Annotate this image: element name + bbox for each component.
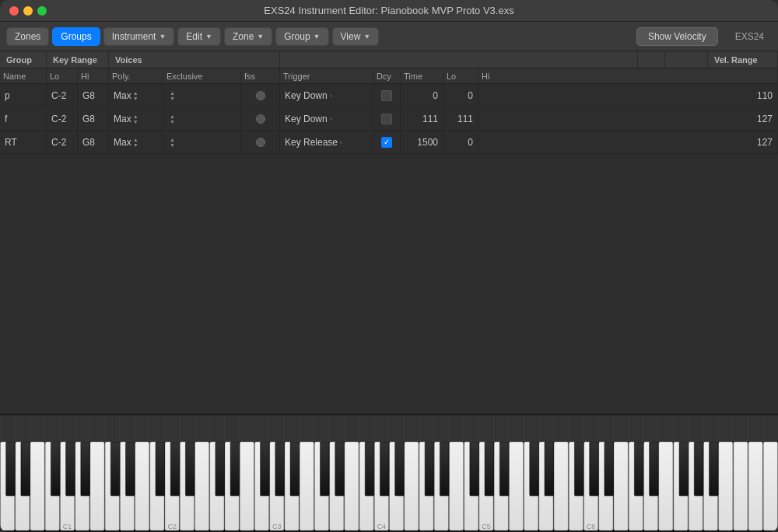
piano-keyboard: C1C2C3C4C5C6 — [0, 442, 778, 532]
svg-rect-121 — [170, 442, 180, 496]
cell-dcy-p — [373, 84, 401, 107]
traffic-lights — [9, 6, 47, 16]
svg-rect-127 — [290, 442, 300, 496]
table-row[interactable]: f C-2 G8 Max ▲▼ ▲▼ Key Down ⬦ — [0, 107, 778, 131]
toolbar: Zones Groups Instrument ▼ Edit ▼ Zone ▼ … — [0, 22, 778, 51]
lo-subheader: Lo — [47, 68, 78, 83]
svg-rect-61 — [90, 442, 104, 530]
piano-svg: C1C2C3C4C5C6 — [0, 442, 778, 532]
chevron-down-icon: ▼ — [314, 33, 321, 40]
cell-exclusive-p: ▲▼ — [163, 84, 241, 107]
cell-name-rt: RT — [0, 131, 47, 153]
svg-rect-130 — [365, 442, 374, 496]
window-title: EXS24 Instrument Editor: Pianobook MVP P… — [264, 5, 513, 16]
title-bar: EXS24 Instrument Editor: Pianobook MVP P… — [0, 0, 778, 22]
svg-text:C6: C6 — [587, 523, 596, 530]
groups-button[interactable]: Groups — [52, 27, 100, 46]
svg-rect-105 — [748, 442, 762, 530]
svg-rect-117 — [81, 442, 90, 496]
fss-indicator — [256, 91, 265, 100]
svg-rect-145 — [679, 442, 689, 496]
zone-button[interactable]: Zone ▼ — [224, 27, 272, 46]
svg-rect-114 — [21, 442, 30, 496]
zones-button[interactable]: Zones — [6, 27, 49, 46]
svg-rect-78 — [345, 442, 359, 530]
group-button[interactable]: Group ▼ — [275, 27, 328, 46]
dcy-checkbox[interactable]: ✓ — [381, 137, 392, 148]
zone-bar: // Will be done in JS below — [0, 414, 778, 442]
svg-rect-144 — [650, 442, 659, 496]
table-row[interactable]: RT C-2 G8 Max ▲▼ ▲▼ Key Release ⬦ — [0, 131, 778, 154]
svg-rect-135 — [470, 442, 479, 496]
cell-fss-rt — [241, 131, 280, 153]
key-range-section-header: Key Range — [47, 51, 109, 68]
maximize-button[interactable] — [37, 6, 47, 16]
edit-button[interactable]: Edit ▼ — [177, 27, 221, 46]
trigger-section-header — [280, 51, 638, 68]
svg-rect-85 — [449, 442, 463, 530]
svg-rect-71 — [240, 442, 254, 530]
instrument-button[interactable]: Instrument ▼ — [103, 27, 175, 46]
cell-dcy-rt: ✓ — [373, 131, 401, 153]
cell-hi-rt: G8 — [78, 131, 109, 153]
svg-rect-136 — [485, 442, 494, 496]
cell-name-p: p — [0, 84, 47, 107]
cell-lo-p: C-2 — [47, 84, 78, 107]
svg-rect-106 — [763, 442, 777, 530]
svg-rect-142 — [605, 442, 614, 496]
svg-text:C3: C3 — [272, 523, 282, 530]
column-headers: Group Key Range Voices Vel. Range Name L… — [0, 51, 778, 84]
svg-rect-124 — [230, 442, 240, 496]
svg-text:C4: C4 — [377, 523, 387, 530]
svg-rect-139 — [545, 442, 554, 496]
trigger-dropdown[interactable]: Key Release ⬦ — [285, 137, 343, 148]
svg-rect-92 — [554, 442, 568, 530]
fss-subheader: fss — [241, 68, 280, 83]
svg-rect-140 — [574, 442, 584, 496]
vel-range-section-header: Vel. Range — [708, 51, 778, 68]
exclusive-stepper[interactable]: ▲▼ — [170, 137, 175, 148]
piano-wrapper: // Will be done in JS below C1C2 — [0, 414, 778, 532]
chevron-down-icon: ▼ — [363, 33, 370, 40]
dcy-checkbox[interactable] — [381, 90, 392, 101]
chevron-down-icon: ⬦ — [329, 92, 333, 99]
poly-stepper[interactable]: ▲▼ — [133, 114, 138, 124]
table-scroll-area: p C-2 G8 Max ▲▼ ▲▼ Key Down ⬦ — [0, 84, 778, 414]
dcy-subheader: Dcy — [373, 68, 401, 83]
svg-text:C5: C5 — [482, 523, 491, 530]
section-headers: Group Key Range Voices Vel. Range — [0, 51, 778, 68]
poly-stepper[interactable]: ▲▼ — [133, 90, 138, 101]
svg-rect-131 — [380, 442, 389, 496]
exs24-label: EXS24 — [727, 29, 772, 44]
cell-exclusive-f: ▲▼ — [163, 107, 241, 130]
cell-poly-rt: Max ▲▼ — [109, 131, 163, 153]
cell-vlo-rt: 0 — [443, 131, 478, 153]
group-section-header: Group — [0, 51, 47, 68]
svg-rect-123 — [216, 442, 225, 496]
minimize-button[interactable] — [23, 6, 33, 16]
vhi-subheader: Hi — [478, 68, 778, 83]
exclusive-stepper[interactable]: ▲▼ — [170, 90, 175, 101]
svg-rect-143 — [634, 442, 643, 496]
name-subheader: Name — [0, 68, 47, 83]
voices-section-header: Voices — [109, 51, 280, 68]
show-velocity-button[interactable]: Show Velocity — [636, 27, 718, 46]
svg-rect-64 — [135, 442, 149, 530]
cell-trigger-p: Key Down ⬦ — [280, 84, 373, 107]
poly-stepper[interactable]: ▲▼ — [133, 137, 138, 148]
exclusive-stepper[interactable]: ▲▼ — [170, 114, 175, 124]
svg-rect-146 — [694, 442, 703, 496]
cell-trigger-rt: Key Release ⬦ — [280, 131, 373, 153]
trigger-subheader: Trigger — [280, 68, 373, 83]
table-row[interactable]: p C-2 G8 Max ▲▼ ▲▼ Key Down ⬦ — [0, 84, 778, 107]
dcy-checkbox[interactable] — [381, 114, 392, 124]
cell-vhi-p: 110 — [478, 84, 778, 107]
cell-time-rt: 1500 — [401, 131, 443, 153]
close-button[interactable] — [9, 6, 19, 16]
svg-rect-75 — [300, 442, 314, 530]
view-button[interactable]: View ▼ — [332, 27, 380, 46]
trigger-dropdown[interactable]: Key Down ⬦ — [285, 90, 333, 101]
dcy-section-header — [638, 51, 665, 68]
trigger-dropdown[interactable]: Key Down ⬦ — [285, 114, 333, 124]
svg-rect-96 — [614, 442, 628, 530]
